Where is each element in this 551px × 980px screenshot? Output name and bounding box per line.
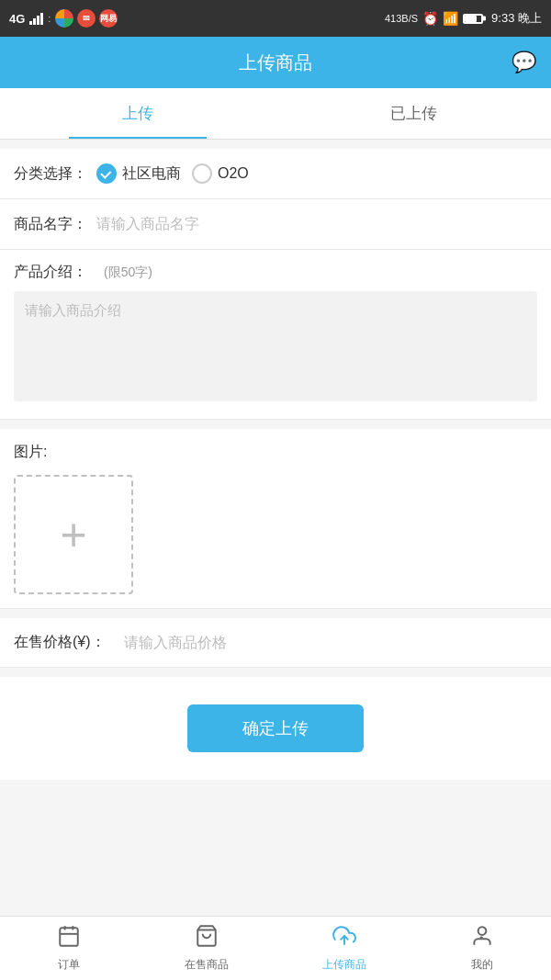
network-speed: 413B/S <box>385 13 418 24</box>
app-icon-3: 网易 <box>99 9 118 28</box>
radio-community-label: 社区电商 <box>122 164 181 184</box>
alarm-icon: ⏰ <box>422 11 438 26</box>
battery-fill <box>465 16 477 22</box>
app-icons: ✉ 网易 <box>55 9 118 28</box>
app-icon-2: ✉ <box>77 9 96 28</box>
tab-uploaded[interactable]: 已上传 <box>276 88 551 139</box>
user-icon <box>470 924 494 953</box>
product-name-label: 商品名字： <box>14 215 96 234</box>
svg-rect-0 <box>60 928 78 946</box>
status-left: 4G : ✉ 网易 <box>9 9 118 28</box>
nav-orders-label: 订单 <box>58 957 80 973</box>
calendar-icon <box>57 924 81 953</box>
product-name-input[interactable] <box>96 216 537 232</box>
price-label: 在售价格(¥)： <box>14 633 124 652</box>
shopping-bag-icon <box>195 924 219 953</box>
radio-community[interactable]: 社区电商 <box>96 163 181 184</box>
category-row: 分类选择： 社区电商 O2O <box>0 149 551 199</box>
product-desc-label: 产品介绍： <box>14 263 96 282</box>
nav-upload-label: 上传商品 <box>322 957 366 973</box>
nav-mine-label: 我的 <box>471 957 493 973</box>
nav-orders[interactable]: 订单 <box>0 917 138 980</box>
radio-community-circle[interactable] <box>96 163 117 184</box>
tab-upload[interactable]: 上传 <box>0 88 276 139</box>
wifi-icon: 📶 <box>443 11 458 26</box>
category-radio-group: 社区电商 O2O <box>96 163 249 184</box>
tab-bar: 上传 已上传 <box>0 88 551 140</box>
submit-section: 确定上传 <box>0 677 551 780</box>
price-section: 在售价格(¥)： <box>0 618 551 668</box>
nav-upload[interactable]: 上传商品 <box>276 917 413 980</box>
image-label: 图片: <box>14 443 537 462</box>
radio-o2o-label: O2O <box>218 165 249 182</box>
image-upload-button[interactable]: + <box>14 475 133 594</box>
product-name-row: 商品名字： <box>0 199 551 250</box>
image-section: 图片: + <box>0 429 551 609</box>
submit-button[interactable]: 确定上传 <box>187 704 364 752</box>
page-title: 上传商品 <box>239 51 312 75</box>
header: 上传商品 💬 <box>0 37 551 88</box>
nav-mine[interactable]: 我的 <box>413 917 551 980</box>
radio-o2o[interactable]: O2O <box>192 163 249 184</box>
product-desc-textarea[interactable] <box>14 291 537 401</box>
status-bar: 4G : ✉ 网易 413B/S ⏰ 📶 9:33 晚上 <box>0 0 551 37</box>
time-label: 9:33 晚上 <box>491 10 542 27</box>
bottom-nav: 订单 在售商品 上传商品 <box>0 916 551 980</box>
signal-label: 4G <box>9 12 25 26</box>
app-icon-1 <box>55 9 73 28</box>
upload-cloud-icon <box>332 924 356 953</box>
plus-icon: + <box>60 512 86 558</box>
nav-selling-label: 在售商品 <box>185 957 229 973</box>
carrier-label: : <box>48 13 51 24</box>
battery-icon <box>463 14 483 24</box>
chat-icon[interactable]: 💬 <box>512 51 536 74</box>
price-input[interactable] <box>124 635 537 651</box>
status-right: 413B/S ⏰ 📶 9:33 晚上 <box>385 10 542 27</box>
svg-point-6 <box>478 927 487 935</box>
desc-limit: (限50字) <box>104 265 152 281</box>
signal-bars <box>29 13 43 25</box>
radio-o2o-circle[interactable] <box>192 163 212 184</box>
form-content: 分类选择： 社区电商 O2O 商品名字： <box>0 149 551 250</box>
desc-label-row: 产品介绍： (限50字) <box>14 250 537 291</box>
nav-selling[interactable]: 在售商品 <box>138 917 276 980</box>
product-desc-section: 产品介绍： (限50字) <box>0 250 551 420</box>
category-label: 分类选择： <box>14 164 96 184</box>
